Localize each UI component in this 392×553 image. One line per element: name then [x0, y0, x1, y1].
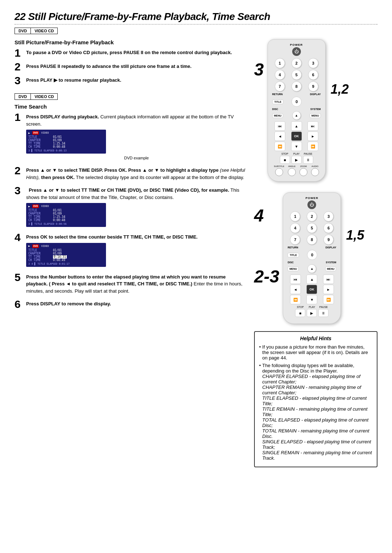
left-step-labels: 4 2-3 [254, 207, 279, 285]
play-btn-1[interactable]: ▶ [291, 156, 302, 164]
up-btn-1[interactable]: ▲ [292, 111, 301, 120]
ts-step3-bold: Press ▲ or ▼ to select TT TIME or CH TIM… [29, 187, 229, 193]
dvd-row-chapter-3: CHAPTER 01/09 [28, 252, 104, 255]
format-badges-section1: DVD VIDEO CD [15, 28, 377, 34]
step-label-23: 2-3 [254, 268, 279, 285]
dvd-row-chapter-2: CHAPTER 01/09 [28, 212, 104, 215]
zero-btn-2[interactable]: 0 [307, 250, 317, 260]
badge-dvd: DVD [15, 28, 31, 34]
rew-btn-2[interactable]: ⏪ [290, 295, 301, 304]
system-label-2: SYSTEM [326, 261, 336, 264]
num-6[interactable]: 6 [308, 70, 318, 80]
down-nav-1[interactable]: ▼ [291, 142, 302, 151]
num-5b[interactable]: 5 [307, 223, 317, 233]
play-group-1: PLAY ▶ [291, 153, 302, 164]
num-5[interactable]: 5 [291, 70, 302, 80]
ts-step2-text: The selected display type and its counte… [76, 175, 244, 180]
menu-btn-left-1[interactable]: MENU [272, 113, 283, 118]
audio-item-1: AUDIO [311, 165, 319, 176]
num-7b[interactable]: 7 [290, 235, 300, 245]
video-label-2: VIDEO [41, 205, 49, 208]
title-zero-row-2: TITLE 0 [287, 250, 336, 260]
dvd-label-tttime-1: TT TIME [28, 142, 50, 145]
dvd-val-chtime-2: 0:00:48 [53, 219, 65, 222]
title-btn-2[interactable]: TITLE [287, 253, 299, 257]
num-4[interactable]: 4 [275, 70, 285, 80]
dvd-label-tttime-3: TT TIME [28, 255, 50, 259]
next-btn-2[interactable]: ⏭ [323, 275, 334, 284]
left-nav-2[interactable]: ◄ [290, 285, 301, 294]
stop-btn-2[interactable]: ■ [295, 309, 305, 317]
ff-btn-2[interactable]: ⏩ [323, 295, 334, 304]
pause-btn-1[interactable]: ⏸ [303, 156, 313, 164]
rew-btn-1[interactable]: ⏪ [274, 142, 285, 151]
num-2[interactable]: 2 [291, 58, 302, 68]
left-nav-1[interactable]: ◄ [274, 131, 285, 141]
disc-label-1: DISC [272, 108, 278, 110]
up-nav-1[interactable]: ▲ [291, 121, 302, 131]
num-6b[interactable]: 6 [323, 223, 334, 233]
ok-btn-2[interactable]: OK [306, 285, 317, 294]
remote-2: POWER ⏻ 1 2 3 4 5 6 7 8 9 RETURN DISPLAY [283, 192, 341, 324]
right-nav-2[interactable]: ► [323, 285, 334, 294]
num-8b[interactable]: 8 [307, 235, 317, 245]
dvd-row-title-1: TITLE 01/01 [28, 135, 104, 139]
nav-cluster-1: ⏮ ▲ ⏭ ◄ OK ► ⏪ ▼ ⏩ [272, 121, 321, 151]
step-3-still: 3 Press PLAY ▶ to resume regular playbac… [15, 77, 247, 86]
pause-group-1: PAUSE ⏸ [303, 153, 313, 164]
num-1b[interactable]: 1 [290, 211, 300, 221]
time-search-section: DVD VIDEO CD Time Search 1 Press DISPLAY… [15, 93, 247, 310]
left-column: Still Picture/Frame-by-Frame Playback 1 … [15, 39, 247, 467]
bottom-row-1: SUBTITLE ANGLE ZOOM AUDIO [272, 165, 321, 176]
dvd-screen-1: ▶ DVD VIDEO TITLE 01/01 CHAPTER 01/09 [26, 130, 106, 154]
num-8[interactable]: 8 [291, 81, 302, 92]
ts-step-1-content: Press DISPLAY during playback. Current p… [26, 113, 247, 162]
remote-top-1: POWER ⏻ [272, 43, 321, 56]
menu-btn-right-2[interactable]: MENU [325, 267, 336, 271]
next-btn-1[interactable]: ⏭ [307, 121, 318, 131]
num-9[interactable]: 9 [308, 81, 318, 92]
zero-btn-1[interactable]: 0 [291, 97, 302, 107]
down-nav-2[interactable]: ▼ [306, 295, 317, 304]
num-1[interactable]: 1 [275, 58, 285, 68]
prev-btn-2[interactable]: ⏮ [290, 275, 301, 284]
dvd-row-chapter-1: CHAPTER 01/09 [28, 139, 104, 142]
menu-btn-right-1[interactable]: MENU [310, 113, 321, 118]
hint-item-3: TITLE REMAIN - remaining playing time of… [262, 406, 368, 417]
play-group-2: PLAY ▶ [307, 306, 317, 317]
up-nav-2[interactable]: ▲ [306, 275, 317, 284]
angle-btn-1[interactable] [288, 168, 296, 176]
ok-btn-1[interactable]: OK [291, 131, 302, 141]
title-btn-1[interactable]: TITLE [272, 99, 283, 104]
dvd-label-chapter-1: CHAPTER [28, 139, 50, 142]
num-3[interactable]: 3 [308, 58, 318, 68]
dvd-val-title-2: 01/01 [53, 209, 62, 212]
num-9b[interactable]: 9 [323, 235, 334, 245]
num-2b[interactable]: 2 [307, 211, 317, 221]
subtitle-btn-1[interactable] [275, 168, 283, 176]
power-btn-1[interactable]: ⏻ [292, 47, 301, 56]
dvd-val-title-1: 01/01 [53, 135, 62, 139]
menu-btn-left-2[interactable]: MENU [287, 267, 299, 271]
pause-label-1: PAUSE [303, 153, 313, 155]
zoom-btn-1[interactable] [299, 168, 307, 176]
pause-btn-2[interactable]: ⏸ [318, 309, 328, 317]
num-7[interactable]: 7 [275, 81, 285, 92]
dvd-val-tttime-3: 0:14:31 [53, 255, 67, 259]
zoom-item-1: ZOOM [299, 165, 307, 176]
prev-btn-1[interactable]: ⏮ [274, 121, 285, 131]
power-btn-2[interactable]: ⏻ [307, 200, 316, 209]
section1-title: Still Picture/Frame-by-Frame Playback [15, 39, 247, 45]
ff-btn-1[interactable]: ⏩ [307, 142, 318, 151]
dvd-row-title-3: TITLE 01/01 [28, 249, 104, 252]
play-btn-2[interactable]: ▶ [307, 309, 317, 317]
stop-btn-1[interactable]: ■ [280, 156, 290, 164]
audio-btn-1[interactable] [311, 168, 319, 176]
num-3b[interactable]: 3 [323, 211, 334, 221]
step-label-15: 1,5 [346, 229, 364, 242]
right-nav-1[interactable]: ► [307, 131, 318, 141]
num-4b[interactable]: 4 [290, 223, 300, 233]
up-btn-2[interactable]: ▲ [307, 264, 316, 273]
step-label-12: 1,2 [331, 83, 349, 96]
step-label-4: 4 [254, 207, 279, 224]
